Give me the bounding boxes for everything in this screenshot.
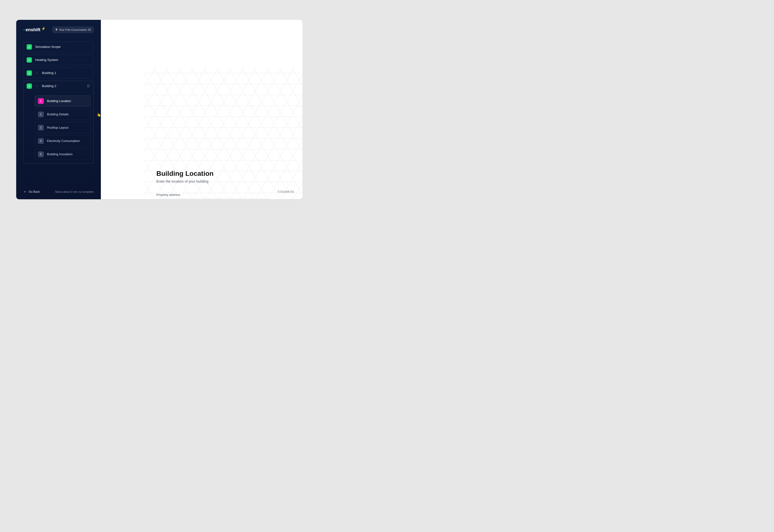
step-number: 3 <box>38 125 44 131</box>
pointer-cursor-icon: 👆 <box>96 112 101 118</box>
sidebar-header: - enshift ⚡ Rue Fritz-Courvosisier 29 <box>23 27 94 33</box>
step-number: 5 <box>38 151 44 157</box>
sidebar-item-simulation-scope[interactable]: Simulation Scope <box>23 42 94 52</box>
trash-icon <box>87 84 90 88</box>
sidebar-nav: Simulation Scope Heating System Building… <box>23 42 94 187</box>
page-subtitle: Enter the location of your building <box>156 179 270 183</box>
brand-name: enshift <box>26 27 40 32</box>
substep-label: Electricity Consumption <box>47 139 80 143</box>
address-chip[interactable]: Rue Fritz-Courvosisier 29 <box>52 27 93 33</box>
step-number: 4 <box>38 138 44 144</box>
address-chip-text: Rue Fritz-Courvosisier 29 <box>59 28 91 31</box>
sidebar-footer: Go Back Takes about 3 min. to complete <box>23 190 94 193</box>
chevron-right-icon <box>35 71 39 75</box>
substep-label: Building Insulation <box>47 152 73 156</box>
field-address: Property address <box>156 193 270 199</box>
check-icon <box>27 70 32 76</box>
go-back-label: Go Back <box>29 190 40 193</box>
address-input-wrap <box>156 199 270 199</box>
substep-electricity-consumption[interactable]: 4 Electricity Consumption <box>35 135 90 147</box>
pin-icon <box>55 28 58 31</box>
sidebar-item-row: Building 2 <box>27 83 90 89</box>
check-icon <box>27 44 32 50</box>
page-title: Building Location <box>156 170 270 177</box>
sidebar-item-label: Simulation Scope <box>35 45 61 49</box>
substep-building-details[interactable]: 2 Building Details <box>35 109 90 120</box>
sidebar-item-label: Heating System <box>35 58 58 62</box>
check-icon <box>27 57 32 63</box>
label-address: Property address <box>156 193 270 197</box>
form: Building Location Enter the location of … <box>156 170 270 199</box>
app-window: - enshift ⚡ Rue Fritz-Courvosisier 29 Si… <box>16 20 303 199</box>
sidebar: - enshift ⚡ Rue Fritz-Courvosisier 29 Si… <box>16 20 101 199</box>
step-number: 2 <box>38 111 44 117</box>
sidebar-item-building-2[interactable]: Building 2 1 Building Location 2 Buildin… <box>23 81 94 163</box>
brand-logo: - enshift ⚡ <box>23 27 45 32</box>
substep-label: Building Details <box>47 112 69 116</box>
arrow-left-icon <box>23 190 27 193</box>
brand-dash-icon: - <box>23 27 25 32</box>
eta-text: Takes about 3 min. to complete <box>55 190 93 193</box>
substep-building-location[interactable]: 1 Building Location <box>35 96 90 107</box>
go-back-button[interactable]: Go Back <box>23 190 40 193</box>
check-icon <box>27 83 32 89</box>
copyright: © Enshift AG <box>278 190 294 193</box>
step-number: 1 <box>38 98 44 104</box>
main-panel: Building Location Enter the location of … <box>101 20 303 199</box>
substep-label: Building Location <box>47 99 71 103</box>
substep-building-insulation[interactable]: 5 Building Insulation <box>35 149 90 160</box>
chevron-up-icon <box>35 84 39 88</box>
substep-rooftop-layout[interactable]: 3 Rooftop Layout <box>35 122 90 133</box>
bolt-icon: ⚡ <box>41 27 45 30</box>
sidebar-item-label: Building 2 <box>42 84 56 88</box>
substep-list: 1 Building Location 2 Building Details 3… <box>27 96 90 160</box>
substep-label: Rooftop Layout <box>47 126 68 129</box>
delete-building-button[interactable] <box>86 84 90 88</box>
sidebar-item-building-1[interactable]: Building 1 <box>23 68 94 78</box>
sidebar-item-label: Building 1 <box>42 71 56 75</box>
sidebar-item-heating-system[interactable]: Heating System <box>23 55 94 65</box>
